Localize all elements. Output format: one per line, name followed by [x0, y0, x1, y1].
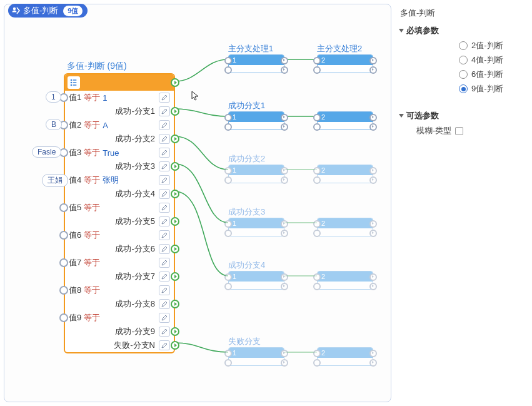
output-port[interactable]	[171, 341, 179, 350]
input-port[interactable]	[313, 273, 321, 281]
input-port[interactable]	[59, 203, 68, 212]
output-port[interactable]	[369, 57, 377, 64]
edit-icon[interactable]	[159, 285, 170, 295]
output-port[interactable]	[369, 283, 377, 290]
input-port[interactable]	[224, 123, 232, 131]
input-port[interactable]	[313, 359, 321, 367]
process-node[interactable]: 2	[317, 218, 373, 236]
input-port[interactable]	[224, 114, 232, 121]
edit-icon[interactable]	[159, 272, 170, 282]
edit-icon[interactable]	[159, 258, 170, 268]
multivalue-node[interactable]: 值1等于1成功-分支1值2等于A成功-分支2值3等于True成功-分支3值4等于…	[64, 73, 175, 353]
edit-icon[interactable]	[159, 340, 170, 350]
input-port[interactable]	[224, 273, 232, 281]
output-port[interactable]	[369, 273, 377, 281]
input-port[interactable]	[224, 57, 232, 64]
process-node[interactable]: 2	[317, 271, 373, 290]
input-tag[interactable]: 王娟	[42, 174, 68, 187]
input-port[interactable]	[313, 283, 321, 290]
input-port[interactable]	[59, 313, 68, 322]
output-port[interactable]	[171, 300, 179, 308]
output-port[interactable]	[369, 220, 377, 228]
input-port[interactable]	[313, 123, 321, 131]
output-port[interactable]	[171, 272, 179, 281]
process-node[interactable]: 2	[317, 111, 373, 130]
input-port[interactable]	[313, 66, 321, 74]
output-port[interactable]	[171, 162, 179, 171]
input-port[interactable]	[224, 230, 232, 237]
output-port[interactable]	[369, 176, 377, 184]
process-node[interactable]: 2	[317, 347, 373, 366]
output-port[interactable]	[281, 350, 288, 357]
output-port[interactable]	[171, 327, 179, 336]
optional-params-header[interactable]: 可选参数	[399, 110, 528, 121]
required-params-header[interactable]: 必填参数	[399, 25, 528, 36]
input-port[interactable]	[59, 286, 68, 295]
output-port[interactable]	[281, 57, 288, 64]
edit-icon[interactable]	[159, 216, 170, 226]
input-port[interactable]	[313, 350, 321, 357]
radio-option[interactable]: 9值-判断	[459, 83, 528, 94]
input-port[interactable]	[224, 220, 232, 228]
input-port[interactable]	[224, 350, 232, 357]
process-node[interactable]: 2	[317, 54, 373, 73]
input-port[interactable]	[224, 176, 232, 184]
process-node[interactable]: 1	[228, 271, 284, 290]
radio-option[interactable]: 6值-判断	[459, 69, 528, 80]
output-port[interactable]	[171, 217, 179, 226]
edit-icon[interactable]	[159, 244, 170, 254]
process-node[interactable]: 1	[228, 165, 284, 183]
radio-option[interactable]: 2值-判断	[459, 40, 528, 51]
edit-icon[interactable]	[159, 175, 170, 185]
radio-icon[interactable]	[459, 70, 468, 79]
edit-icon[interactable]	[159, 134, 170, 144]
output-port[interactable]	[369, 66, 377, 74]
output-port[interactable]	[281, 66, 288, 74]
output-port[interactable]	[171, 245, 179, 253]
edit-icon[interactable]	[159, 203, 170, 213]
output-port[interactable]	[369, 167, 377, 175]
input-port[interactable]	[313, 57, 321, 64]
edit-icon[interactable]	[159, 148, 170, 158]
radio-option[interactable]: 4值-判断	[459, 54, 528, 66]
node-header[interactable]	[65, 74, 174, 91]
input-tag[interactable]: 1	[46, 91, 61, 103]
process-node[interactable]: 1	[228, 111, 284, 130]
output-port[interactable]	[369, 123, 377, 131]
edit-icon[interactable]	[159, 120, 170, 130]
output-port[interactable]	[281, 220, 288, 228]
edit-icon[interactable]	[159, 189, 170, 199]
radio-icon[interactable]	[459, 56, 468, 64]
input-port[interactable]	[224, 283, 232, 290]
edit-icon[interactable]	[159, 106, 170, 116]
output-port[interactable]	[281, 114, 288, 121]
input-port[interactable]	[313, 230, 321, 237]
edit-icon[interactable]	[159, 230, 170, 240]
radio-icon[interactable]	[459, 41, 468, 50]
input-port[interactable]	[313, 167, 321, 175]
input-port[interactable]	[313, 176, 321, 184]
process-node[interactable]: 1	[228, 54, 284, 73]
edit-icon[interactable]	[159, 93, 170, 103]
output-port[interactable]	[281, 283, 288, 290]
process-node[interactable]: 1	[228, 218, 284, 236]
output-port[interactable]	[171, 190, 179, 198]
node-header-output-port[interactable]	[171, 78, 179, 87]
input-port[interactable]	[224, 167, 232, 175]
input-port[interactable]	[313, 114, 321, 121]
radio-icon[interactable]	[459, 84, 468, 93]
output-port[interactable]	[369, 114, 377, 121]
output-port[interactable]	[281, 176, 288, 184]
edit-icon[interactable]	[159, 327, 170, 337]
process-node[interactable]: 1	[228, 347, 284, 366]
edit-icon[interactable]	[159, 299, 170, 309]
output-port[interactable]	[281, 167, 288, 175]
input-port[interactable]	[224, 359, 232, 367]
input-tag[interactable]: B	[46, 119, 62, 130]
output-port[interactable]	[369, 350, 377, 357]
output-port[interactable]	[171, 107, 179, 116]
edit-icon[interactable]	[159, 313, 170, 323]
input-port[interactable]	[224, 66, 232, 74]
output-port[interactable]	[281, 359, 288, 367]
output-port[interactable]	[281, 230, 288, 237]
